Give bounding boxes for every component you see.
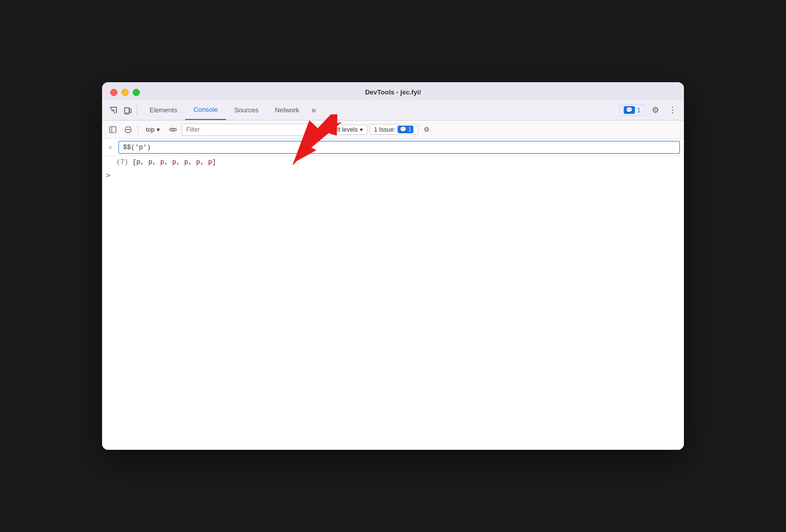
console-output-row: (7) [p, p, p, p, p, p, p] [102, 156, 684, 168]
console-sidebar-icon[interactable] [106, 123, 119, 136]
tab-sources[interactable]: Sources [226, 100, 267, 120]
window-title: DevTools - jec.fyi/ [365, 88, 421, 96]
prompt-arrow: > [106, 171, 110, 179]
levels-label: Default levels [321, 126, 358, 133]
maximize-button[interactable] [133, 89, 140, 96]
issues-badge-button[interactable]: 💬 1 [619, 104, 645, 116]
context-dropdown[interactable]: top ▾ [141, 125, 164, 135]
toolbar-right: 💬 1 ⚙ ⋮ [619, 103, 680, 117]
output-count: (7) [116, 158, 128, 166]
tab-network[interactable]: Network [267, 100, 308, 120]
output-tag-4: p [172, 158, 176, 166]
minimize-button[interactable] [121, 89, 129, 96]
eye-icon[interactable] [166, 123, 180, 136]
log-levels-dropdown[interactable]: Default levels ▾ [316, 125, 367, 135]
clear-console-button[interactable]: × [106, 143, 114, 151]
more-tabs-button[interactable]: » [307, 100, 320, 120]
svg-rect-3 [110, 127, 116, 133]
traffic-lights [110, 89, 140, 96]
output-tag-1: p [136, 158, 140, 166]
filter-input[interactable] [182, 124, 314, 136]
device-toggle-icon[interactable] [120, 103, 135, 117]
context-label: top [146, 126, 155, 133]
issues-button[interactable]: 1 Issue: 💬 1 [370, 124, 418, 135]
close-button[interactable] [110, 89, 117, 96]
tabs: Elements Console Sources Network » [141, 100, 619, 120]
tab-elements[interactable]: Elements [141, 100, 185, 120]
console-prompt-row[interactable]: > [102, 168, 684, 182]
console-content: × (7) [p, p, p, p, p, p, p] > [102, 139, 684, 450]
inspect-element-icon[interactable] [106, 103, 120, 117]
more-options-icon[interactable]: ⋮ [666, 103, 680, 117]
levels-arrow: ▾ [360, 126, 363, 133]
svg-point-7 [171, 128, 174, 131]
title-bar: DevTools - jec.fyi/ [102, 82, 684, 100]
toolbar-divider [137, 105, 137, 115]
issues-badge-icon: 💬 [624, 106, 635, 114]
output-tag-3: p [160, 158, 164, 166]
console-clear-icon[interactable] [121, 123, 135, 136]
main-toolbar: Elements Console Sources Network » [102, 100, 684, 120]
output-tag-7: p [208, 158, 212, 166]
issues-count-badge: 💬 1 [398, 126, 413, 133]
issues-badge-count: 1 [637, 107, 641, 114]
console-divider-1 [138, 125, 138, 134]
output-array: [p, p, p, p, p, p, p] [132, 158, 216, 166]
console-toolbar: top ▾ Default levels ▾ 1 Issue: 💬 1 ⚙ [102, 120, 684, 139]
console-input[interactable] [118, 141, 680, 154]
console-input-row: × [102, 139, 684, 156]
output-tag-2: p [149, 158, 153, 166]
output-tag-5: p [184, 158, 188, 166]
tab-console[interactable]: Console [185, 100, 226, 120]
console-settings-icon[interactable]: ⚙ [420, 123, 433, 136]
settings-icon[interactable]: ⚙ [648, 103, 662, 117]
svg-rect-1 [130, 109, 131, 113]
output-tag-6: p [196, 158, 200, 166]
context-dropdown-arrow: ▾ [157, 126, 160, 133]
issues-text: 1 Issue: [374, 126, 396, 133]
